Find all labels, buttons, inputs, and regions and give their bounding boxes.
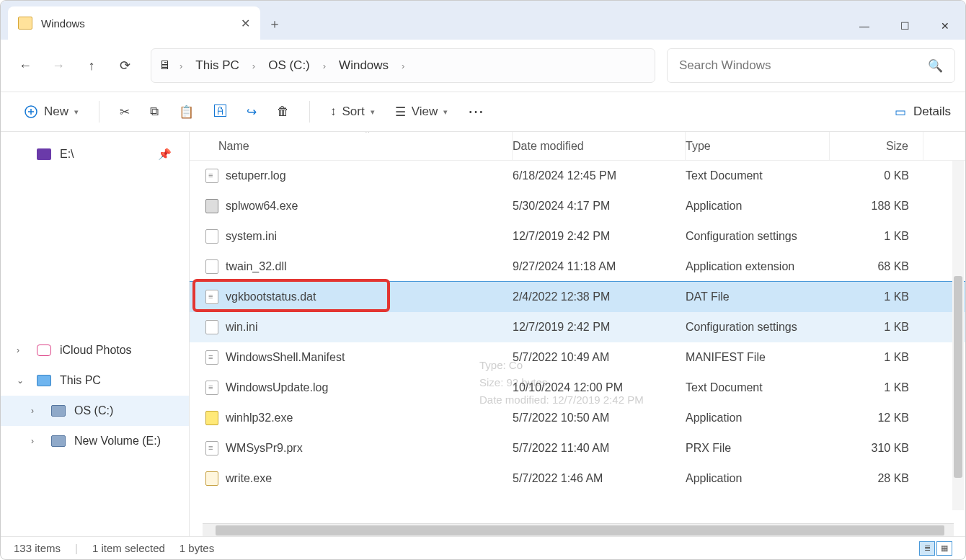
chevron-right-icon[interactable]: › [175, 61, 187, 71]
new-tab-button[interactable]: ＋ [260, 8, 289, 40]
file-name: write.exe [226, 472, 272, 485]
breadcrumb-folder[interactable]: Windows [334, 55, 393, 76]
view-icon: ☰ [395, 105, 406, 120]
sidebar-item-osc[interactable]: › OS (C:) [1, 396, 189, 426]
file-row[interactable]: twain_32.dll9/27/2024 11:18 AMApplicatio… [190, 252, 965, 282]
breadcrumb-drive[interactable]: OS (C:) [264, 55, 314, 76]
file-name: WMSysPr9.prx [226, 442, 303, 455]
file-date: 5/7/2022 10:49 AM [513, 351, 686, 364]
file-row[interactable]: setuperr.log6/18/2024 12:45 PMText Docum… [190, 161, 965, 191]
copy-button[interactable]: ⧉ [141, 100, 167, 123]
address-bar[interactable]: 🖥 › This PC › OS (C:) › Windows › [151, 48, 655, 83]
sidebar-item-icloud[interactable]: › iCloud Photos [1, 335, 189, 365]
pin-icon[interactable]: 📌 [158, 148, 172, 161]
minimize-button[interactable]: — [844, 12, 885, 40]
chevron-right-icon[interactable]: › [31, 406, 34, 416]
chevron-right-icon[interactable]: › [31, 436, 34, 446]
delete-button[interactable]: 🗑 [268, 100, 298, 123]
more-button[interactable]: ⋯ [459, 98, 494, 125]
file-icon [205, 471, 218, 486]
drive-icon [51, 435, 66, 447]
column-size[interactable]: Size [830, 132, 923, 160]
new-button[interactable]: New ▾ [15, 100, 87, 123]
file-row[interactable]: vgkbootstatus.dat2/4/2022 12:38 PMDAT Fi… [190, 282, 965, 312]
chevron-right-icon[interactable]: › [248, 61, 260, 71]
chevron-right-icon[interactable]: › [17, 345, 19, 355]
column-type[interactable]: Type [686, 132, 830, 160]
file-row[interactable]: win.ini12/7/2019 2:42 PMConfiguration se… [190, 312, 965, 342]
column-name[interactable]: Name ⌃ [198, 132, 513, 160]
file-list-area: Name ⌃ Date modified Type Size Type: Co … [190, 132, 965, 536]
file-row[interactable]: splwow64.exe5/30/2024 4:17 PMApplication… [190, 191, 965, 221]
toolbar: New ▾ ✂ ⧉ 📋 🄰 ↪ 🗑 ↕ Sort ▾ ☰ View ▾ ⋯ ▭ … [1, 92, 965, 132]
chevron-right-icon[interactable]: › [319, 61, 330, 71]
title-bar: Windows ✕ ＋ — ☐ ✕ [1, 1, 965, 40]
file-size: 1 KB [830, 230, 923, 243]
file-size: 310 KB [830, 442, 923, 455]
file-row[interactable]: WindowsShell.Manifest5/7/2022 10:49 AMMA… [190, 342, 965, 373]
file-size: 1 KB [830, 290, 923, 303]
column-headers: Name ⌃ Date modified Type Size [190, 132, 965, 161]
file-name: vgkbootstatus.dat [226, 290, 316, 303]
column-date[interactable]: Date modified [513, 132, 686, 160]
tiles-view-button[interactable]: ▦ [936, 541, 952, 556]
details-icon: ▭ [895, 105, 906, 120]
sidebar-item-e-drive[interactable]: E:\ 📌 [1, 139, 189, 169]
refresh-button[interactable]: ⟳ [110, 51, 139, 80]
file-icon [205, 320, 218, 334]
scroll-thumb[interactable] [954, 276, 962, 478]
close-window-button[interactable]: ✕ [925, 12, 965, 40]
file-name: WindowsShell.Manifest [226, 351, 345, 364]
sort-button[interactable]: ↕ Sort ▾ [322, 100, 384, 123]
close-tab-icon[interactable]: ✕ [241, 17, 250, 30]
file-row[interactable]: WindowsUpdate.log10/10/2024 12:00 PMText… [190, 373, 965, 403]
file-row[interactable]: WMSysPr9.prx5/7/2022 11:40 AMPRX File310… [190, 433, 965, 463]
status-selection: 1 item selected [92, 542, 165, 554]
folder-icon [18, 17, 32, 30]
file-date: 5/7/2022 1:46 AM [513, 472, 686, 485]
horizontal-scrollbar[interactable] [203, 523, 954, 536]
search-input[interactable]: Search Windows 🔍 [667, 48, 955, 83]
chevron-right-icon[interactable]: › [397, 61, 409, 71]
rename-button[interactable]: 🄰 [205, 100, 235, 123]
file-name: WindowsUpdate.log [226, 381, 328, 394]
file-name: setuperr.log [226, 169, 286, 182]
vertical-scrollbar[interactable] [952, 161, 964, 510]
file-size: 0 KB [830, 169, 923, 182]
chevron-down-icon: ▾ [443, 107, 448, 117]
cut-button[interactable]: ✂ [111, 100, 138, 124]
maximize-button[interactable]: ☐ [885, 12, 925, 40]
file-row[interactable]: winhlp32.exe5/7/2022 10:50 AMApplication… [190, 403, 965, 433]
file-date: 5/7/2022 11:40 AM [513, 442, 686, 455]
clipboard-icon: 📋 [179, 105, 194, 120]
status-item-count: 133 items [14, 542, 61, 554]
rename-icon: 🄰 [214, 105, 226, 119]
chevron-down-icon[interactable]: ⌄ [17, 375, 24, 386]
file-date: 12/7/2019 2:42 PM [513, 230, 686, 243]
file-name: twain_32.dll [226, 260, 287, 273]
file-size: 1 KB [830, 351, 923, 364]
file-type: Configuration settings [686, 321, 830, 334]
file-icon [205, 290, 218, 304]
up-button[interactable]: ↑ [77, 51, 106, 80]
back-button[interactable]: ← [11, 51, 40, 80]
file-row[interactable]: write.exe5/7/2022 1:46 AMApplication28 K… [190, 463, 965, 494]
scroll-thumb[interactable] [216, 525, 944, 535]
breadcrumb-thispc[interactable]: This PC [191, 55, 243, 76]
paste-button[interactable]: 📋 [170, 100, 203, 124]
file-type: Application [686, 200, 830, 213]
forward-button[interactable]: → [44, 51, 73, 80]
tab-windows[interactable]: Windows ✕ [8, 6, 260, 40]
file-icon [205, 229, 218, 244]
details-view-button[interactable]: ≣ [919, 541, 935, 556]
file-type: Configuration settings [686, 230, 830, 243]
file-row[interactable]: system.ini12/7/2019 2:42 PMConfiguration… [190, 221, 965, 252]
sidebar-item-newvol[interactable]: › New Volume (E:) [1, 426, 189, 456]
sidebar-item-thispc[interactable]: ⌄ This PC [1, 365, 189, 396]
share-button[interactable]: ↪ [238, 100, 265, 124]
file-date: 9/27/2024 11:18 AM [513, 260, 686, 273]
details-pane-button[interactable]: ▭ Details [895, 105, 951, 120]
file-icon [205, 411, 218, 425]
view-button[interactable]: ☰ View ▾ [386, 100, 457, 124]
navigation-pane: E:\ 📌 › iCloud Photos ⌄ This PC › OS (C:… [1, 132, 190, 536]
